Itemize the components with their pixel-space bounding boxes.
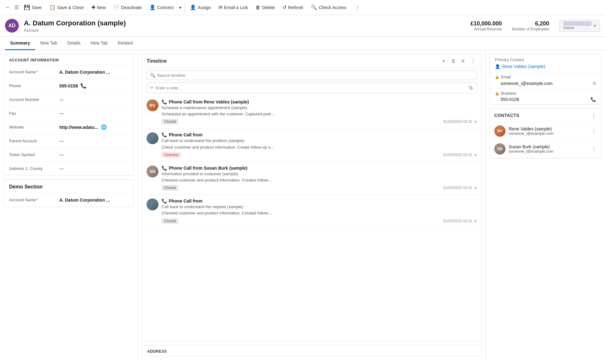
attachment-icon[interactable]: 📎 bbox=[468, 85, 474, 90]
timeline-item-footer: Closed 31/03/2020 03:31 ∨ bbox=[162, 218, 477, 224]
save-button[interactable]: 💾 Save bbox=[20, 0, 46, 15]
main-content: ACCOUNT INFORMATION Account Name* A. Dat… bbox=[0, 50, 605, 360]
tab-newtab1[interactable]: New Tab bbox=[35, 37, 62, 50]
contact-item-more-button[interactable]: ⋮ bbox=[592, 128, 597, 134]
contact-item: RV Rene Valdes (sample) someone_i@exampl… bbox=[490, 122, 601, 140]
timeline-item-desc2: Checked customer and product information… bbox=[162, 177, 477, 183]
back-button[interactable]: ← bbox=[3, 4, 13, 11]
expand-button[interactable]: ∨ bbox=[474, 153, 477, 157]
timeline-item-desc2: Scheduled an appointment with the custom… bbox=[162, 111, 477, 117]
tab-summary[interactable]: Summary bbox=[5, 37, 35, 50]
deactivate-button[interactable]: 📄 Deactivate bbox=[110, 0, 146, 15]
contact-item-more-button[interactable]: ⋮ bbox=[592, 146, 597, 152]
field-account-number: Account Number --- bbox=[4, 92, 134, 106]
timeline-item-content: 📞 Phone Call from Rene Valdes (sample) S… bbox=[162, 99, 477, 124]
field-label-website: Website bbox=[9, 125, 59, 129]
phone-call-icon-right[interactable]: 📞 bbox=[591, 97, 596, 102]
timeline-item-desc1: Information provided to customer (sample… bbox=[162, 171, 477, 177]
demo-section: Demo Section Account Name* A. Datum Corp… bbox=[4, 179, 134, 207]
status-badge-overdue: Overdue bbox=[162, 152, 181, 158]
assign-button[interactable]: 👤 Assign bbox=[186, 0, 215, 15]
field-label-parent-account: Parent Account bbox=[9, 139, 59, 143]
email-link-icon: ✉ bbox=[218, 4, 222, 10]
tab-newtab2[interactable]: New Tab bbox=[86, 37, 113, 50]
field-value-phone[interactable]: 555-0158 📞 bbox=[59, 83, 129, 89]
primary-contact-label: Primary Contact bbox=[490, 54, 601, 64]
field-fax: Fax --- bbox=[4, 106, 134, 120]
timeline-sort-button[interactable]: ≡ bbox=[460, 58, 466, 65]
timeline-item-desc1: Call back to understand the problem (sam… bbox=[162, 138, 477, 144]
breadcrumb-icon[interactable]: ☰ bbox=[13, 4, 20, 10]
status-badge-closed: Closed bbox=[162, 119, 178, 124]
expand-button[interactable]: ∨ bbox=[474, 219, 477, 223]
deactivate-icon: 📄 bbox=[113, 4, 120, 10]
email-link-button[interactable]: ✉ Email a Link bbox=[215, 0, 252, 15]
field-demo-account-name: Account Name* A. Datum Corporation ... bbox=[4, 193, 134, 207]
timeline-filter-button[interactable]: ⊻ bbox=[450, 57, 457, 65]
timeline-date: 31/03/2020 03:31 bbox=[443, 186, 472, 190]
timeline-add-button[interactable]: + bbox=[441, 58, 446, 65]
contact-name[interactable]: Susan Burk (sample) bbox=[509, 144, 588, 149]
connect-chevron-button[interactable]: ▾ bbox=[177, 0, 183, 15]
timeline-more-button[interactable]: ⋮ bbox=[469, 57, 477, 65]
timeline-item-content: 📞 Phone Call from Susan Burk (sample) In… bbox=[162, 166, 477, 191]
primary-contact-link[interactable]: 👤 Rene Valdes (sample) bbox=[490, 64, 601, 72]
timeline-item-title: 📞 Phone Call from bbox=[162, 132, 477, 137]
field-value-account-name[interactable]: A. Datum Corporation ... bbox=[59, 70, 129, 75]
field-label-account-name: Account Name* bbox=[9, 70, 59, 74]
new-button[interactable]: ✚ New bbox=[88, 0, 110, 15]
check-access-button[interactable]: 🔍 Check Access bbox=[307, 0, 350, 15]
status-badge-closed: Closed bbox=[162, 185, 178, 191]
timeline-item-footer: Closed 31/03/2020 03:31 ∨ bbox=[162, 185, 477, 191]
address-section-header: ADDRESS bbox=[142, 346, 481, 356]
timeline-item-footer: Overdue 31/03/2020 03:31 ∨ bbox=[162, 152, 477, 158]
left-panel: ACCOUNT INFORMATION Account Name* A. Dat… bbox=[0, 50, 138, 360]
connect-button[interactable]: 👤 Connect bbox=[146, 0, 177, 15]
field-label-ticker-symbol: Ticker Symbol bbox=[9, 152, 59, 157]
phone-call-icon: 📞 bbox=[162, 132, 167, 137]
field-account-name: Account Name* A. Datum Corporation ... bbox=[4, 65, 134, 79]
expand-button[interactable]: ∨ bbox=[474, 186, 477, 190]
contacts-header: CONTACTS ⋮ bbox=[490, 109, 601, 122]
field-value-fax: --- bbox=[59, 111, 129, 116]
primary-contact-card: Primary Contact 👤 Rene Valdes (sample) 🔒… bbox=[490, 54, 601, 105]
expand-button[interactable]: ∨ bbox=[474, 119, 477, 124]
employees-stat: 6,200 Number of Employees bbox=[512, 20, 549, 31]
annual-revenue-stat: £10,000.000 Annual Revenue bbox=[470, 20, 502, 31]
field-value-account-number: --- bbox=[59, 97, 129, 102]
phone-call-icon: 📞 bbox=[162, 166, 167, 171]
timeline-item-desc2: Check customer and product information. … bbox=[162, 145, 477, 150]
save-close-button[interactable]: 📋 Save & Close bbox=[46, 0, 88, 15]
contact-record-icon: 👤 bbox=[495, 64, 500, 69]
avatar-susan-burk: SB bbox=[147, 166, 158, 177]
lock-icon-2: 🔒 bbox=[495, 91, 500, 96]
phone-icon[interactable]: 📞 bbox=[80, 83, 87, 89]
field-label-demo-account-name: Account Name* bbox=[9, 198, 59, 202]
contact-email-label: 🔒 Email bbox=[495, 75, 596, 79]
refresh-icon: ↺ bbox=[282, 4, 286, 10]
tab-details[interactable]: Details bbox=[62, 37, 86, 50]
timeline-search-input[interactable] bbox=[157, 73, 474, 78]
contact-name[interactable]: Rene Valdes (sample) bbox=[509, 126, 588, 131]
contacts-title: CONTACTS bbox=[494, 113, 591, 118]
contact-business-detail: 🔒 Business 555-0108 📞 bbox=[490, 88, 601, 104]
delete-button[interactable]: 🗑 Delete bbox=[252, 0, 278, 15]
contact-email-value: someone_i@example.com ⧉ bbox=[495, 81, 596, 86]
copy-email-icon[interactable]: ⧉ bbox=[593, 81, 596, 86]
owner-block[interactable]: Owner ▾ bbox=[559, 20, 600, 32]
contacts-more-button[interactable]: ⋮ bbox=[591, 112, 597, 119]
pencil-icon: ✏ bbox=[150, 85, 154, 90]
field-phone: Phone 555-0158 📞 bbox=[4, 79, 134, 92]
tab-related[interactable]: Related bbox=[113, 37, 138, 50]
field-value-website[interactable]: http://www.adatu... 🌐 bbox=[59, 124, 129, 130]
required-indicator-demo: * bbox=[36, 198, 38, 202]
note-input[interactable] bbox=[156, 86, 466, 90]
new-icon: ✚ bbox=[91, 4, 95, 10]
globe-icon[interactable]: 🌐 bbox=[101, 124, 107, 130]
timeline-date: 31/03/2020 03:31 bbox=[443, 119, 472, 124]
refresh-button[interactable]: ↺ Refresh bbox=[279, 0, 307, 15]
account-info-header: ACCOUNT INFORMATION bbox=[4, 54, 134, 65]
more-button[interactable]: ⋮ bbox=[351, 0, 363, 15]
field-value-demo-account-name[interactable]: A. Datum Corporation ... bbox=[59, 198, 129, 203]
save-icon: 💾 bbox=[24, 4, 30, 10]
